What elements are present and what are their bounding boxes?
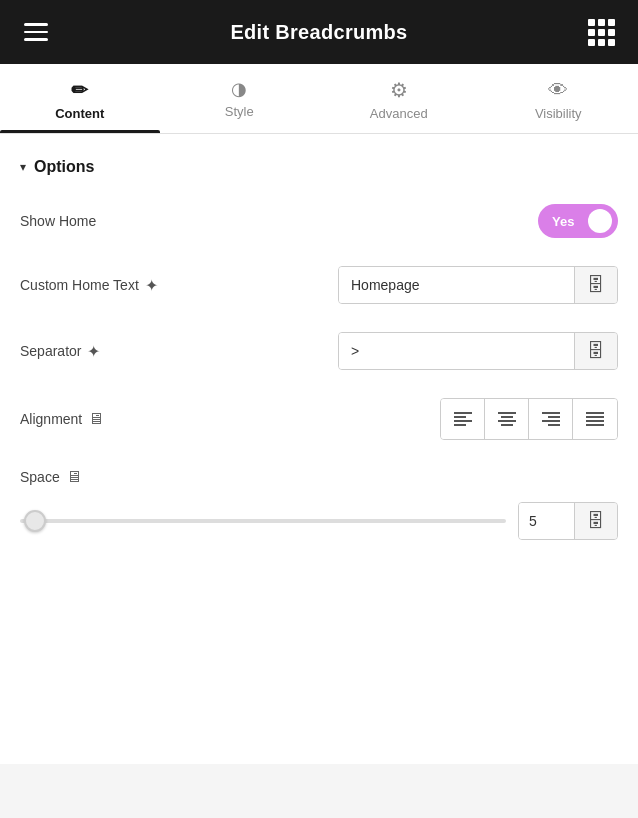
page-title: Edit Breadcrumbs	[230, 21, 407, 44]
alignment-row: Alignment 🖥	[20, 398, 618, 440]
show-home-toggle[interactable]: Yes	[538, 204, 618, 238]
svg-rect-11	[548, 424, 560, 426]
separator-control: 🗄	[200, 332, 618, 370]
content-area: ▾ Options Show Home Yes Custom Home Text…	[0, 134, 638, 764]
space-slider-container	[20, 511, 506, 531]
space-row: Space 🖥 🗄	[20, 468, 618, 540]
show-home-label: Show Home	[20, 213, 200, 229]
sparkle2-icon: ✦	[87, 342, 100, 361]
svg-rect-7	[501, 424, 513, 426]
alignment-label: Alignment 🖥	[20, 410, 200, 428]
svg-rect-10	[542, 420, 560, 422]
svg-rect-6	[498, 420, 516, 422]
svg-rect-3	[454, 424, 466, 426]
database-icon-3: 🗄	[587, 511, 605, 532]
tab-advanced[interactable]: ⚙ Advanced	[319, 64, 479, 133]
sparkle-icon: ✦	[145, 276, 158, 295]
align-center-icon	[498, 412, 516, 426]
slider-track	[20, 519, 506, 523]
toggle-label: Yes	[552, 214, 574, 229]
svg-rect-5	[501, 416, 513, 418]
space-control-row: 🗄	[20, 502, 618, 540]
tab-content[interactable]: ✏ Content	[0, 64, 160, 133]
svg-rect-4	[498, 412, 516, 414]
grid-apps-button[interactable]	[586, 16, 618, 48]
separator-input[interactable]	[339, 333, 574, 369]
align-center-button[interactable]	[485, 399, 529, 439]
tab-visibility[interactable]: 👁 Visibility	[479, 64, 639, 133]
svg-rect-2	[454, 420, 472, 422]
slider-thumb	[24, 510, 46, 532]
collapse-arrow-icon[interactable]: ▾	[20, 160, 26, 174]
custom-home-text-db-button[interactable]: 🗄	[574, 267, 617, 303]
separator-db-button[interactable]: 🗄	[574, 333, 617, 369]
hamburger-menu-button[interactable]	[20, 16, 52, 48]
section-title: Options	[34, 158, 94, 176]
tab-style[interactable]: ◑ Style	[160, 64, 320, 133]
show-home-row: Show Home Yes	[20, 204, 618, 238]
database-icon-2: 🗄	[587, 341, 605, 362]
custom-home-text-control: 🗄	[200, 266, 618, 304]
alignment-button-group	[440, 398, 618, 440]
toggle-knob	[588, 209, 612, 233]
custom-home-text-row: Custom Home Text ✦ 🗄	[20, 266, 618, 304]
svg-rect-1	[454, 416, 466, 418]
separator-label: Separator ✦	[20, 342, 200, 361]
alignment-control	[200, 398, 618, 440]
separator-row: Separator ✦ 🗄	[20, 332, 618, 370]
svg-rect-13	[586, 416, 604, 418]
space-input-group: 🗄	[518, 502, 618, 540]
header: Edit Breadcrumbs	[0, 0, 638, 64]
separator-input-group: 🗄	[338, 332, 618, 370]
gear-icon: ⚙	[390, 80, 408, 100]
svg-rect-9	[548, 416, 560, 418]
svg-rect-12	[586, 412, 604, 414]
align-right-icon	[542, 412, 560, 426]
svg-rect-14	[586, 420, 604, 422]
align-right-button[interactable]	[529, 399, 573, 439]
custom-home-text-input-group: 🗄	[338, 266, 618, 304]
align-justify-button[interactable]	[573, 399, 617, 439]
show-home-control: Yes	[200, 204, 618, 238]
tabs-bar: ✏ Content ◑ Style ⚙ Advanced 👁 Visibilit…	[0, 64, 638, 134]
pencil-icon: ✏	[71, 80, 88, 100]
space-label: Space	[20, 469, 60, 485]
eye-icon: 👁	[548, 80, 568, 100]
custom-home-text-label: Custom Home Text ✦	[20, 276, 200, 295]
align-justify-icon	[586, 412, 604, 426]
svg-rect-15	[586, 424, 604, 426]
monitor-icon: 🖥	[88, 410, 104, 428]
space-value-input[interactable]	[519, 503, 574, 539]
align-left-icon	[454, 412, 472, 426]
space-db-button[interactable]: 🗄	[574, 503, 617, 539]
align-left-button[interactable]	[441, 399, 485, 439]
monitor-icon-2: 🖥	[66, 468, 82, 486]
space-row-header: Space 🖥	[20, 468, 618, 486]
svg-rect-8	[542, 412, 560, 414]
custom-home-text-input[interactable]	[339, 267, 574, 303]
half-circle-icon: ◑	[231, 80, 247, 98]
section-header: ▾ Options	[20, 158, 618, 176]
svg-rect-0	[454, 412, 472, 414]
database-icon: 🗄	[587, 275, 605, 296]
